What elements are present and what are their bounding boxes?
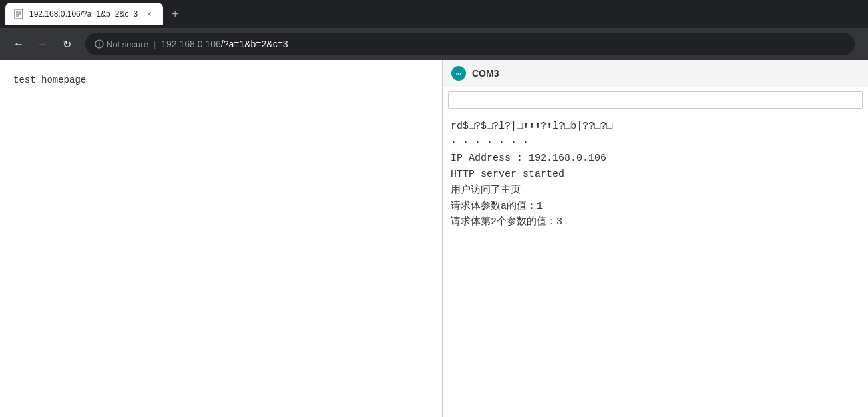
svg-text:∞: ∞ [456,69,461,77]
serial-monitor-header: ∞ COM3 [443,60,868,87]
address-path: /?a=1&b=2&c=3 [221,39,288,49]
new-tab-button[interactable]: + [166,5,184,23]
svg-text:i: i [99,41,100,48]
serial-line: 请求体参数a的值：1 [451,199,860,214]
nav-bar: ← → ↻ i Not secure | 192.168.0.106/?a=1&… [0,28,868,60]
page-main-text: test homepage [13,75,86,85]
serial-line: IP Address : 192.168.0.106 [451,151,860,167]
serial-monitor-panel: ∞ COM3 rd$□?$□?l?|□⬆⬆⬆?⬆l?□b|??□?□· · · … [442,60,868,417]
tab-close-button[interactable]: × [143,8,155,20]
serial-input-bar [443,87,868,113]
serial-line: 用户访问了主页 [451,183,860,199]
address-separator: | [154,39,156,49]
address-base: 192.168.0.106 [161,39,221,49]
forward-button[interactable]: → [32,33,53,55]
tab-page-icon [13,9,24,19]
security-indicator: i Not secure [95,39,148,49]
tab-bar: 192.168.0.106/?a=1&b=2&c=3 × + [0,0,868,28]
tab-title: 192.168.0.106/?a=1&b=2&c=3 [29,9,138,19]
browser-chrome: 192.168.0.106/?a=1&b=2&c=3 × + ← → ↻ i N… [0,0,868,60]
serial-line: 请求体第2个参数的值：3 [451,214,860,230]
address-bar[interactable]: i Not secure | 192.168.0.106/?a=1&b=2&c=… [85,33,855,55]
info-icon: i [95,39,104,49]
serial-line: · · · · · · · [451,135,860,151]
security-label: Not secure [107,39,148,49]
active-tab[interactable]: 192.168.0.106/?a=1&b=2&c=3 × [5,3,163,25]
serial-line: rd$□?$□?l?|□⬆⬆⬆?⬆l?□b|??□?□ [451,119,860,135]
address-text: 192.168.0.106/?a=1&b=2&c=3 [161,39,288,49]
page-content: test homepage ∞ COM3 rd$□?$□?l?|□⬆⬆⬆?⬆l?… [0,60,868,417]
serial-input-field[interactable] [448,91,863,109]
arduino-logo-icon: ∞ [451,65,467,81]
back-button[interactable]: ← [8,33,29,55]
browser-page-left: test homepage [0,60,442,417]
serial-monitor-title: COM3 [472,68,499,79]
serial-line: HTTP server started [451,167,860,183]
serial-output-area: rd$□?$□?l?|□⬆⬆⬆?⬆l?□b|??□?□· · · · · · ·… [443,113,868,417]
refresh-button[interactable]: ↻ [56,33,77,55]
